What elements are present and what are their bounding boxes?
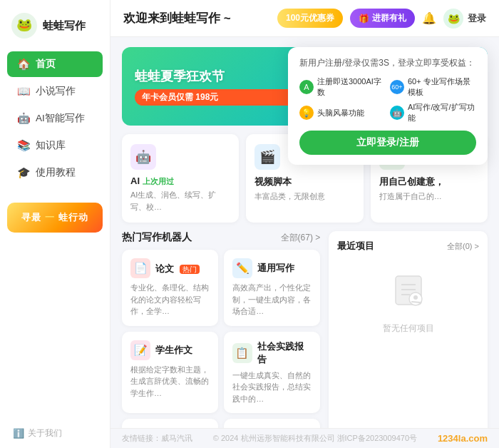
robot-general-name: 通用写作 xyxy=(257,262,294,275)
about-label: 关于我们 xyxy=(28,427,62,439)
robot-card-student[interactable]: 📝 学生作文 根据给定字数和主题，生成言辞优美、流畅的学生作… xyxy=(122,332,218,414)
two-col-section: 热门写作机器人 全部(67) > 📄 论文 热门 专业化、条理化、结构 xyxy=(122,231,488,428)
recent-projects-title: 最近项目 xyxy=(337,240,374,253)
robot-paper-desc: 专业化、条理化、结构化的论文内容轻松写作，全学… xyxy=(130,282,210,317)
robots-section: 热门写作机器人 全部(67) > 📄 论文 热门 专业化、条理化、结构 xyxy=(122,231,320,428)
robot-student-name: 学生作文 xyxy=(155,344,192,357)
card-ai-desc: AI生成、润色、续写、扩写、校… xyxy=(130,189,230,213)
footer-links: 友情链接：威马汽讯 xyxy=(122,433,192,444)
sidebar-item-home-label: 首页 xyxy=(36,58,56,71)
sidebar-item-home[interactable]: 🏠 首页 xyxy=(7,51,103,77)
benefit-icon-1: 60+ xyxy=(390,80,404,94)
benefit-text-2: 头脑风暴功能 xyxy=(317,108,364,118)
robot-card-social[interactable]: 📋 社会实践报告 一键生成真实、自然的社会实践报告，总结实践中的… xyxy=(224,332,320,414)
sidebar: 🐸 蛙蛙写作 🏠 首页 📖 小说写作 🤖 AI智能写作 📚 知识库 🎓 使用教程… xyxy=(0,0,110,448)
header-actions: 100元优惠券 🎁 进群有礼 🔔 🐸 登录 xyxy=(277,9,486,29)
sidebar-logo: 🐸 蛙蛙写作 xyxy=(0,0,110,49)
sidebar-item-knowledge[interactable]: 📚 知识库 xyxy=(7,133,103,158)
gift-icon: 🎁 xyxy=(359,14,369,24)
sidebar-item-ai[interactable]: 🤖 AI智能写作 xyxy=(7,106,103,131)
recent-projects-header: 最近项目 全部(0) > xyxy=(337,240,479,253)
robots-section-header: 热门写作机器人 全部(67) > xyxy=(122,231,320,244)
card-video-title: 视频脚本 xyxy=(254,175,354,188)
robot-social-desc: 一键生成真实、自然的社会实践报告，总结实践中的… xyxy=(232,370,312,405)
sidebar-item-tutorial-label: 使用教程 xyxy=(36,166,76,179)
benefit-item-2: 💡 头脑风暴功能 xyxy=(299,102,386,123)
card-create-desc: 打造属于自己的… xyxy=(379,190,479,203)
sidebar-about[interactable]: ℹ️ 关于我们 xyxy=(0,419,110,448)
svg-line-7 xyxy=(412,302,420,302)
card-create-title: 用自己创建意， xyxy=(379,175,479,188)
svg-point-8 xyxy=(413,295,418,300)
robot-student-icon: 📝 xyxy=(130,340,150,360)
logo-text: 蛙蛙写作 xyxy=(43,19,86,33)
footer-watermark: 1234la.com xyxy=(438,433,488,444)
robots-section-title: 热门写作机器人 xyxy=(122,231,192,244)
card-ai-writing[interactable]: 🤖 AI上次用过 AI生成、润色、续写、扩写、校… xyxy=(122,134,239,223)
benefit-text-1: 60+ 专业写作场景模板 xyxy=(408,76,476,98)
robot-card-general[interactable]: ✏️ 通用写作 高效高产出，个性化定制，一键生成内容，各场合适… xyxy=(224,250,320,326)
benefit-icon-3: 🤖 xyxy=(390,106,404,120)
robot-social-name: 社会实践报告 xyxy=(257,340,312,366)
robot-paper-icon: 📄 xyxy=(130,258,150,278)
knowledge-icon: 📚 xyxy=(17,139,30,152)
robots-more-link[interactable]: 全部(67) > xyxy=(281,232,321,244)
benefit-item-0: A 注册即送3000AI字数 xyxy=(299,76,386,98)
robot-social-icon: 📋 xyxy=(232,343,252,363)
robot-card-party[interactable]: 🔴 机关心得体会 根据提先前经验的感悟、反思、生成之有物的心得… xyxy=(122,419,218,428)
empty-text: 暂无任何项目 xyxy=(383,322,434,335)
content-area: 蛙蛙夏季狂欢节 年卡会员仅需 198元 🐸 新用户注册/登录仅需3S，登录立即享… xyxy=(110,37,499,428)
tutorial-icon: 🎓 xyxy=(17,166,30,179)
card-video-icon: 🎬 xyxy=(254,144,280,170)
login-benefits: A 注册即送3000AI字数 60+ 60+ 专业写作场景模板 💡 头脑风暴功能… xyxy=(299,76,476,123)
robot-social-header: 📋 社会实践报告 xyxy=(232,340,312,366)
svg-text:🐸: 🐸 xyxy=(16,17,33,33)
empty-icon xyxy=(389,270,428,317)
hot-badge: 热门 xyxy=(180,265,200,274)
sidebar-item-ai-label: AI智能写作 xyxy=(36,112,85,125)
robot-paper-header: 📄 论文 热门 xyxy=(130,258,210,278)
card-ai-last-label: 上次用过 xyxy=(143,177,174,185)
footer-copyright: © 2024 杭州远形智能科技有限公司 浙ICP备2023009470号 xyxy=(213,433,417,444)
novel-icon: 📖 xyxy=(17,85,30,98)
robot-student-desc: 根据给定字数和主题，生成言辞优美、流畅的学生作… xyxy=(130,364,210,399)
robot-card-paper[interactable]: 📄 论文 热门 专业化、条理化、结构化的论文内容轻松写作，全学… xyxy=(122,250,218,326)
benefit-icon-2: 💡 xyxy=(299,106,314,120)
robot-general-icon: ✏️ xyxy=(232,258,252,278)
sidebar-item-knowledge-label: 知识库 xyxy=(36,139,66,152)
robot-paper-name: 论文 热门 xyxy=(155,262,200,275)
login-popup-title: 新用户注册/登录仅需3S，登录立即享受权益： xyxy=(299,57,476,69)
coupon-button[interactable]: 100元优惠券 xyxy=(277,9,343,28)
ai-icon: 🤖 xyxy=(17,112,30,125)
robot-card-thought[interactable]: 📊 学生思想汇报 全面总结阶段性思想成果及反思，生成真之有物的思… xyxy=(224,419,320,428)
robot-student-header: 📝 学生作文 xyxy=(130,340,210,360)
main-area: 欢迎来到蛙蛙写作 ~ 100元优惠券 🎁 进群有礼 🔔 🐸 登录 蛙蛙夏季狂欢节… xyxy=(110,0,499,448)
sidebar-item-novel[interactable]: 📖 小说写作 xyxy=(7,78,103,104)
avatar: 🐸 xyxy=(443,9,463,29)
card-ai-icon: 🤖 xyxy=(130,144,156,170)
avatar-area[interactable]: 🐸 登录 xyxy=(443,9,486,29)
empty-state: 暂无任何项目 xyxy=(337,260,479,345)
group-button[interactable]: 🎁 进群有礼 xyxy=(350,9,415,28)
sidebar-nav: 🏠 首页 📖 小说写作 🤖 AI智能写作 📚 知识库 🎓 使用教程 xyxy=(0,49,110,188)
benefit-icon-0: A xyxy=(299,80,314,94)
banner-section: 蛙蛙夏季狂欢节 年卡会员仅需 198元 🐸 新用户注册/登录仅需3S，登录立即享… xyxy=(122,47,488,126)
sidebar-item-tutorial[interactable]: 🎓 使用教程 xyxy=(7,160,103,185)
recent-more-link[interactable]: 全部(0) > xyxy=(447,241,479,252)
benefit-item-1: 60+ 60+ 专业写作场景模板 xyxy=(390,76,476,98)
card-ai-title: AI上次用过 xyxy=(130,175,230,187)
home-icon: 🏠 xyxy=(17,58,30,71)
header: 欢迎来到蛙蛙写作 ~ 100元优惠券 🎁 进群有礼 🔔 🐸 登录 xyxy=(110,0,499,37)
logo-icon: 🐸 xyxy=(11,13,37,39)
benefit-text-0: 注册即送3000AI字数 xyxy=(317,76,386,98)
bell-icon[interactable]: 🔔 xyxy=(422,11,436,25)
login-register-button[interactable]: 立即登录/注册 xyxy=(299,131,476,155)
sidebar-banner-ad[interactable]: 寻最 一 蛙行动 xyxy=(7,203,103,233)
benefit-item-3: 🤖 AI写作/改写/扩写功能 xyxy=(390,102,476,123)
card-video-desc: 丰富品类，无限创意 xyxy=(254,190,354,203)
robot-general-desc: 高效高产出，个性化定制，一键生成内容，各场合适… xyxy=(232,282,312,317)
login-button[interactable]: 登录 xyxy=(468,12,486,25)
login-popup: 新用户注册/登录仅需3S，登录立即享受权益： A 注册即送3000AI字数 60… xyxy=(288,47,488,165)
robot-grid: 📄 论文 热门 专业化、条理化、结构化的论文内容轻松写作，全学… ✏️ 通用 xyxy=(122,250,320,428)
page-title: 欢迎来到蛙蛙写作 ~ xyxy=(123,10,231,26)
